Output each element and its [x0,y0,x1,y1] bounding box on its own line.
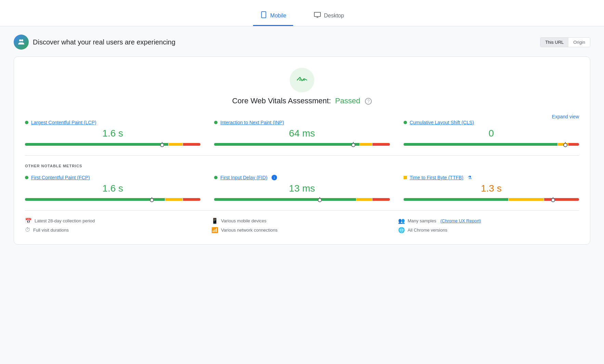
footer-item-1-1: 📶Various network connections [211,227,392,233]
bar-needle [565,142,566,147]
section-heading: Discover what your real users are experi… [33,38,175,46]
cwv-status: Passed [335,96,360,105]
progress-bar [214,143,390,147]
main-card: Core Web Vitals Assessment: Passed ? Exp… [14,56,590,245]
fcp-label[interactable]: First Contentful Paint (FCP) [31,175,90,180]
tab-desktop[interactable]: Desktop [307,7,351,26]
progress-bar [214,198,390,202]
bar-needle [353,142,354,147]
progress-bar [25,198,200,202]
svg-rect-0 [262,12,266,18]
svg-point-6 [21,39,23,41]
fid-status-dot [214,176,218,179]
inp-value: 64 ms [214,128,390,139]
metrics-divider [25,155,579,156]
footer-link-2-0[interactable]: (Chrome UX Report) [440,218,481,223]
section-header: Discover what your real users are experi… [14,35,590,50]
bar-needle [162,142,162,147]
metric-cls: Cumulative Layout Shift (CLS)0 [404,120,579,147]
cwv-assessment: Core Web Vitals Assessment: Passed ? [25,68,579,105]
fcp-value: 1.6 s [25,183,200,194]
bar-needle [319,197,320,202]
svg-point-5 [19,39,21,41]
cwv-help-icon[interactable]: ? [365,98,372,105]
footer-col-1: 📱Various mobile devices📶Various network … [211,218,392,233]
mobile-icon [260,11,267,20]
footer-icon-1-0: 📱 [211,218,218,224]
footer-item-2-1: 🌐All Chrome versions [398,227,579,233]
fcp-status-dot [25,176,28,179]
footer-icon-2-0: 👥 [398,218,405,224]
ttfb-status-square [404,176,407,179]
footer-icon-1-1: 📶 [211,227,218,233]
other-metrics-label: OTHER NOTABLE METRICS [25,164,579,168]
footer-icon-0-1: ⏱ [25,227,30,233]
metric-ttfb: Time to First Byte (TTFB)⚗1.3 s [404,175,579,202]
content-area: Discover what your real users are experi… [0,26,604,253]
cls-status-dot [404,121,407,124]
cls-label[interactable]: Cumulative Layout Shift (CLS) [410,120,474,125]
tab-mobile[interactable]: Mobile [253,7,293,26]
footer-icon-0-0: 📅 [25,218,32,224]
inp-status-dot [214,121,218,124]
origin-button[interactable]: Origin [568,38,590,47]
lcp-value: 1.6 s [25,128,200,139]
footer-text-2-1: All Chrome versions [408,228,447,233]
footer-item-0-1: ⏱Full visit durations [25,227,206,233]
footer-col-2: 👥Many samples(Chrome UX Report)🌐All Chro… [398,218,579,233]
progress-bar [25,143,200,147]
ttfb-beaker-icon: ⚗ [468,175,472,180]
cwv-assessment-label: Core Web Vitals Assessment: [232,96,331,105]
footer-icon-2-1: 🌐 [398,227,405,233]
ttfb-value: 1.3 s [404,183,579,194]
footer-col-0: 📅Latest 28-day collection period⏱Full vi… [25,218,206,233]
expand-view-label[interactable]: Expand view [552,114,579,119]
crux-avatar [14,35,29,50]
url-origin-toggle: This URL Origin [540,37,590,47]
ttfb-label[interactable]: Time to First Byte (TTFB) [410,175,463,180]
footer-text-0-1: Full visit durations [33,228,69,233]
footer-text-1-1: Various network connections [221,228,277,233]
cwv-title: Core Web Vitals Assessment: Passed ? [232,96,372,105]
bar-needle [152,197,152,202]
footer-text-1-0: Various mobile devices [221,218,266,223]
footer-text-2-0: Many samples [408,218,436,223]
tab-desktop-label: Desktop [324,13,344,19]
metric-fid: First Input Delay (FID)i13 ms [214,175,390,202]
lcp-status-dot [25,121,28,124]
fid-label[interactable]: First Input Delay (FID) [220,175,267,180]
device-tabs: Mobile Desktop [0,0,604,26]
svg-rect-2 [314,12,320,17]
desktop-icon [314,12,321,20]
svg-point-8 [303,79,305,81]
this-url-button[interactable]: This URL [540,38,568,47]
core-metrics-grid: Largest Contentful Paint (LCP)1.6 sInter… [25,120,579,147]
fid-value: 13 ms [214,183,390,194]
footer-text-0-0: Latest 28-day collection period [35,218,95,223]
svg-point-7 [299,79,301,81]
cls-value: 0 [404,128,579,139]
expand-view: Expand view [25,114,579,120]
lcp-label[interactable]: Largest Contentful Paint (LCP) [31,120,96,125]
metric-lcp: Largest Contentful Paint (LCP)1.6 s [25,120,200,147]
footer-info: 📅Latest 28-day collection period⏱Full vi… [25,210,579,233]
progress-bar [404,198,579,202]
progress-bar [404,143,579,147]
inp-label[interactable]: Interaction to Next Paint (INP) [220,120,284,125]
metric-inp: Interaction to Next Paint (INP)64 ms [214,120,390,147]
footer-item-1-0: 📱Various mobile devices [211,218,392,224]
metric-fcp: First Contentful Paint (FCP)1.6 s [25,175,200,202]
tab-mobile-label: Mobile [270,13,286,19]
section-title: Discover what your real users are experi… [14,35,175,50]
other-metrics-grid: First Contentful Paint (FCP)1.6 sFirst I… [25,175,579,202]
fid-info-icon[interactable]: i [272,175,277,180]
footer-item-2-0: 👥Many samples(Chrome UX Report) [398,218,579,224]
cwv-icon-wrap [290,68,314,92]
footer-item-0-0: 📅Latest 28-day collection period [25,218,206,224]
bar-needle [553,197,553,202]
